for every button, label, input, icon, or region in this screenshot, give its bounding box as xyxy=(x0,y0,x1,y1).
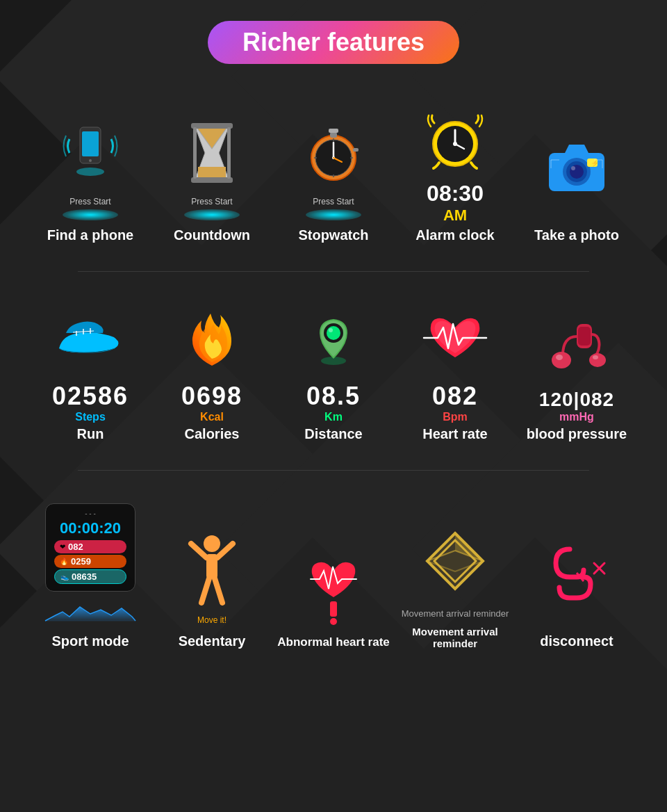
sedentary-icon xyxy=(174,533,250,610)
sport-flame-icon: 🔥 xyxy=(60,558,68,565)
svg-point-53 xyxy=(593,355,598,359)
sport-mode-label: Sport mode xyxy=(51,633,129,649)
feature-abnormal-heart: Abnormal heart rate xyxy=(273,544,395,656)
feature-sedentary: Move it! Sedentary xyxy=(151,526,273,656)
page-title: Richer features xyxy=(208,21,459,64)
stopwatch-press-label: Press Start xyxy=(313,197,354,206)
svg-rect-10 xyxy=(193,127,197,179)
bp-label: blood pressure xyxy=(527,426,627,442)
feature-find-phone: Press Start Find a phone xyxy=(30,108,151,250)
find-phone-label: Find a phone xyxy=(47,227,133,243)
svg-rect-16 xyxy=(353,148,359,152)
heartrate-icon xyxy=(417,300,493,376)
svg-point-47 xyxy=(329,328,333,332)
alarm-label: Alarm clock xyxy=(415,227,494,243)
movement-icon xyxy=(417,526,493,603)
countdown-label: Countdown xyxy=(174,227,250,243)
find-phone-glow xyxy=(63,209,118,220)
divider-1 xyxy=(78,271,589,272)
heartrate-value: 082 xyxy=(432,382,478,411)
sport-timer: 00:00:20 xyxy=(54,519,126,537)
distance-unit: Km xyxy=(324,411,343,423)
sedentary-move-label: Move it! xyxy=(197,615,227,625)
disconnect-icon xyxy=(538,539,615,615)
run-value: 02586 xyxy=(52,382,129,411)
sedentary-label: Sedentary xyxy=(179,633,246,649)
bloodpressure-icon xyxy=(538,307,615,383)
distance-label: Distance xyxy=(304,426,362,442)
sport-dots: - - - xyxy=(54,510,126,517)
heartrate-unit: Bpm xyxy=(443,411,468,423)
svg-point-46 xyxy=(327,326,340,340)
alarm-ampm-value: AM xyxy=(427,206,484,225)
feature-run: 02586 Steps Run xyxy=(30,293,151,449)
stopwatch-glow xyxy=(306,209,361,220)
sport-heart-val: 082 xyxy=(68,542,83,552)
run-unit: Steps xyxy=(75,411,106,423)
svg-rect-15 xyxy=(329,129,338,133)
svg-rect-14 xyxy=(330,132,337,138)
feature-alarm: 08:30 AM Alarm clock xyxy=(395,92,516,250)
feature-stopwatch: Press Start Stopwatch xyxy=(273,108,395,250)
feature-sport-mode: - - - 00:00:20 ❤ 082 🔥 0259 👟 08635 xyxy=(30,492,151,656)
sport-steps-row: 👟 08635 xyxy=(54,569,126,584)
sport-cal-row: 🔥 0259 xyxy=(54,555,126,568)
find-phone-press-label: Press Start xyxy=(69,197,110,206)
svg-point-62 xyxy=(330,618,337,625)
features-row-1: Press Start Find a phone xyxy=(14,92,653,250)
calories-value: 0698 xyxy=(181,382,242,411)
run-icon xyxy=(52,300,129,376)
features-row-3: - - - 00:00:20 ❤ 082 🔥 0259 👟 08635 xyxy=(14,492,653,656)
calories-label: Calories xyxy=(185,426,240,442)
countdown-icon xyxy=(174,115,250,191)
distance-value: 08.5 xyxy=(306,382,361,411)
mountain-chart xyxy=(45,601,135,625)
alarm-time-display: 08:30 AM xyxy=(427,181,484,225)
svg-point-2 xyxy=(89,159,92,162)
sport-heart-icon: ❤ xyxy=(60,543,65,551)
svg-point-33 xyxy=(571,166,575,170)
svg-line-59 xyxy=(201,578,209,603)
svg-point-28 xyxy=(453,142,457,146)
countdown-press-label: Press Start xyxy=(191,197,232,206)
heartrate-label: Heart rate xyxy=(422,426,487,442)
title-section: Richer features xyxy=(14,21,653,64)
camera-label: Take a photo xyxy=(534,227,619,243)
svg-rect-8 xyxy=(191,123,233,129)
sport-cal-val: 0259 xyxy=(71,556,91,567)
svg-rect-9 xyxy=(191,177,233,183)
svg-point-3 xyxy=(76,168,104,176)
svg-point-52 xyxy=(589,353,606,367)
sport-steps-icon: 👟 xyxy=(60,573,69,580)
svg-point-50 xyxy=(552,352,571,368)
svg-rect-1 xyxy=(82,131,99,156)
countdown-glow xyxy=(184,209,240,220)
feature-distance: 08.5 Km Distance xyxy=(273,293,395,449)
disconnect-label: disconnect xyxy=(540,633,614,649)
feature-countdown: Press Start Countdown xyxy=(151,108,273,250)
feature-bloodpressure: 120|082 mmHg blood pressure xyxy=(516,300,638,449)
sport-stats-panel: - - - 00:00:20 ❤ 082 🔥 0259 👟 08635 xyxy=(45,503,135,592)
features-row-2: 02586 Steps Run xyxy=(14,293,653,449)
svg-rect-11 xyxy=(227,127,231,179)
stopwatch-icon xyxy=(295,115,372,191)
svg-point-55 xyxy=(204,535,220,552)
abnormal-heart-icon xyxy=(295,551,372,627)
distance-icon xyxy=(295,300,372,376)
achieve-goals-text: Movement arrival reminder xyxy=(402,608,509,620)
find-phone-icon xyxy=(52,115,129,191)
svg-point-51 xyxy=(556,355,563,360)
divider-2 xyxy=(78,470,589,471)
svg-line-60 xyxy=(215,578,222,603)
feature-heartrate: 082 Bpm Heart rate xyxy=(395,293,516,449)
feature-movement-reminder: Movement arrival reminder Movement arriv… xyxy=(395,519,516,656)
svg-rect-61 xyxy=(330,601,337,617)
calories-unit: Kcal xyxy=(200,411,224,423)
bp-unit: mmHg xyxy=(559,411,594,423)
feature-camera: ⚡ Take a photo xyxy=(516,122,638,250)
sport-mode-display-icon: - - - 00:00:20 ❤ 082 🔥 0259 👟 08635 xyxy=(38,498,142,596)
sport-steps-val: 08635 xyxy=(72,571,97,582)
movement-reminder-label: Movement arrivalreminder xyxy=(412,626,497,649)
feature-calories: 0698 Kcal Calories xyxy=(151,293,273,449)
run-label: Run xyxy=(77,426,104,442)
